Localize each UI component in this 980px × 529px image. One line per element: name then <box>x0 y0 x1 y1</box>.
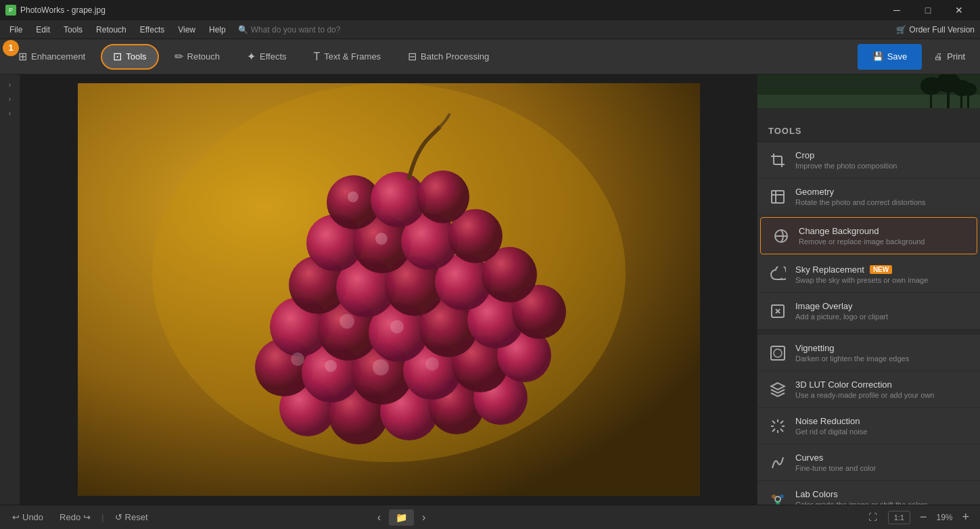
tool-noise-reduction[interactable]: Noise Reduction Get rid of digital noise <box>757 408 980 444</box>
batch-processing-tab[interactable]: ⊟ Batch Processing <box>396 44 500 70</box>
overlay-text: Image Overlay Add a picture, logo or cli… <box>795 301 969 321</box>
noise-icon <box>768 417 787 436</box>
print-button[interactable]: 🖨 Print <box>926 44 973 70</box>
svg-point-55 <box>772 495 776 499</box>
tool-gap-1 <box>757 329 980 335</box>
fit-icon: ⛶ <box>868 512 877 522</box>
menu-effects[interactable]: Effects <box>133 22 171 37</box>
svg-point-32 <box>340 314 354 329</box>
sky-title-row: Sky Replacement NEW <box>795 264 969 275</box>
ratio-button[interactable]: 1:1 <box>888 511 910 524</box>
close-button[interactable]: ✕ <box>943 0 975 20</box>
tools-icon: ⊡ <box>113 50 122 63</box>
text-frames-label: Text & Frames <box>324 51 381 62</box>
redo-label: Redo <box>60 512 80 522</box>
crop-title: Crop <box>795 150 969 160</box>
menu-file[interactable]: File <box>3 22 29 37</box>
save-icon: 💾 <box>872 51 883 62</box>
svg-point-46 <box>960 83 977 96</box>
menu-bar: File Edit Tools Retouch Effects View Hel… <box>0 20 980 39</box>
geometry-desc: Rotate the photo and correct distortions <box>795 198 969 206</box>
geometry-title: Geometry <box>795 187 969 197</box>
app-icon: P <box>5 5 16 16</box>
lut-desc: Use a ready-made profile or add your own <box>795 391 969 399</box>
redo-icon: ↪ <box>83 512 91 522</box>
sidebar-arrow-3[interactable]: › <box>7 108 12 118</box>
order-full-version-button[interactable]: 🛒 Order Full Version <box>896 25 975 34</box>
tool-vignetting[interactable]: Vignetting Darken or lighten the image e… <box>757 335 980 371</box>
retouch-icon: ✏ <box>174 50 183 63</box>
sky-desc: Swap the sky with presets or own image <box>795 276 969 284</box>
menu-help[interactable]: Help <box>202 22 233 37</box>
effects-label: Effects <box>260 51 287 62</box>
zoom-out-button[interactable]: − <box>916 510 931 524</box>
prev-photo-button[interactable]: ‹ <box>372 510 386 525</box>
svg-point-37 <box>375 233 388 245</box>
sidebar-arrow-1[interactable]: › <box>7 80 12 90</box>
open-folder-button[interactable]: 📁 <box>389 509 414 526</box>
undo-icon: ↩ <box>12 512 20 522</box>
minimize-button[interactable]: ─ <box>881 0 912 20</box>
sidebar-arrow-2[interactable]: › <box>7 94 12 104</box>
enhancement-icon: ⊞ <box>18 50 27 63</box>
tool-lab-colors[interactable]: Lab Colors Color grade the image or shif… <box>757 481 980 505</box>
reset-button[interactable]: ↺ Reset <box>110 509 154 525</box>
lab-text: Lab Colors Color grade the image or shif… <box>795 489 969 505</box>
curves-text: Curves Fine-tune tone and color <box>795 453 969 472</box>
search-input[interactable] <box>251 25 359 34</box>
text-frames-tab[interactable]: T Text & Frames <box>302 44 393 70</box>
toolbar: ⊞ Enhancement 1 ⊡ Tools ✏ Retouch ✦ Effe… <box>0 39 980 74</box>
svg-rect-40 <box>757 95 980 108</box>
retouch-tab[interactable]: ✏ Retouch <box>163 44 231 70</box>
overlay-title: Image Overlay <box>795 301 969 311</box>
change-bg-desc: Remove or replace image background <box>799 237 966 246</box>
lut-text: 3D LUT Color Correction Use a ready-made… <box>795 380 969 399</box>
menu-view[interactable]: View <box>171 22 202 37</box>
change-bg-icon <box>772 227 791 246</box>
curves-desc: Fine-tune tone and color <box>795 464 969 472</box>
tool-crop[interactable]: Crop Improve the photo composition <box>757 142 980 179</box>
title-bar-controls[interactable]: ─ □ ✕ <box>881 0 975 20</box>
menu-retouch[interactable]: Retouch <box>89 22 133 37</box>
tool-image-overlay[interactable]: Image Overlay Add a picture, logo or cli… <box>757 293 980 329</box>
menu-tools[interactable]: Tools <box>57 22 89 37</box>
next-photo-button[interactable]: › <box>417 510 431 525</box>
svg-point-53 <box>774 349 782 357</box>
svg-point-56 <box>780 495 784 499</box>
tool-change-background[interactable]: Change Background Remove or replace imag… <box>760 217 977 254</box>
batch-label: Batch Processing <box>421 51 489 62</box>
fit-view-button[interactable]: ⛶ <box>863 509 883 525</box>
save-button[interactable]: 💾 Save <box>858 44 923 70</box>
tool-sky-replacement[interactable]: Sky Replacement NEW Swap the sky with pr… <box>757 256 980 293</box>
tools-header-image <box>757 74 980 108</box>
effects-tab[interactable]: ✦ Effects <box>235 44 298 70</box>
svg-rect-49 <box>772 191 784 203</box>
effects-icon: ✦ <box>247 50 256 63</box>
svg-rect-52 <box>771 346 785 360</box>
lut-icon <box>768 380 787 399</box>
geometry-text: Geometry Rotate the photo and correct di… <box>795 187 969 206</box>
noise-title: Noise Reduction <box>795 416 969 426</box>
svg-point-34 <box>390 320 404 334</box>
title-bar-left: P PhotoWorks - grape.jpg <box>5 5 106 16</box>
tools-tab[interactable]: ⊡ Tools <box>101 44 158 70</box>
vignette-desc: Darken or lighten the image edges <box>795 354 969 363</box>
tool-geometry[interactable]: Geometry Rotate the photo and correct di… <box>757 179 980 215</box>
menu-search[interactable]: 🔍 <box>238 25 359 34</box>
batch-icon: ⊟ <box>408 50 417 63</box>
tool-curves[interactable]: Curves Fine-tune tone and color <box>757 444 980 481</box>
svg-point-57 <box>776 501 780 505</box>
undo-button[interactable]: ↩ Undo <box>7 509 49 525</box>
tool-3d-lut[interactable]: 3D LUT Color Correction Use a ready-made… <box>757 371 980 408</box>
redo-button[interactable]: Redo ↪ <box>54 509 96 525</box>
maximize-button[interactable]: □ <box>912 0 943 20</box>
vignette-icon <box>768 344 787 363</box>
svg-point-35 <box>425 357 439 371</box>
reset-label: Reset <box>125 512 148 522</box>
lab-icon <box>768 490 787 505</box>
canvas-area <box>20 74 757 505</box>
zoom-in-button[interactable]: + <box>958 510 973 524</box>
crop-desc: Improve the photo composition <box>795 162 969 170</box>
enhancement-tab[interactable]: ⊞ Enhancement <box>7 44 97 70</box>
menu-edit[interactable]: Edit <box>29 22 57 37</box>
